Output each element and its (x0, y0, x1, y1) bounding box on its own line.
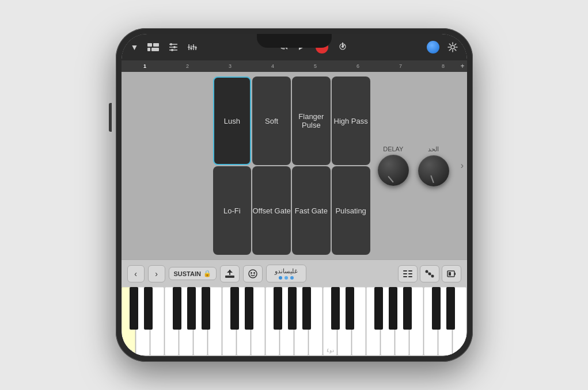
track-view-icon[interactable] (145, 42, 161, 52)
tick-5: 5 (294, 63, 337, 69)
note-view-button[interactable] (398, 265, 418, 282)
emoji-button[interactable] (243, 265, 263, 282)
svg-rect-35 (403, 273, 407, 274)
svg-rect-74 (202, 287, 210, 330)
limit-knob-container: الحد (418, 146, 449, 186)
tuner-button[interactable] (337, 41, 348, 53)
svg-point-8 (173, 46, 176, 48)
preset-lush[interactable]: Lush (213, 77, 252, 165)
limit-knob[interactable] (418, 155, 449, 186)
svg-point-32 (254, 272, 255, 273)
preset-flanger-pulse[interactable]: Flanger Pulse (292, 77, 331, 165)
timeline-numbers: 1 2 3 4 5 6 7 8 (124, 63, 465, 69)
piano-wrapper: دو٣ دو٤ (122, 287, 467, 356)
svg-rect-78 (288, 287, 297, 330)
svg-rect-84 (403, 287, 412, 330)
sustain-button[interactable]: SUSTAIN 🔒 (169, 267, 217, 280)
smart-controls-button[interactable] (427, 41, 439, 53)
preset-pulsating[interactable]: Pulsating (332, 166, 370, 255)
tick-3: 3 (209, 63, 252, 69)
svg-rect-80 (331, 287, 340, 330)
svg-rect-79 (302, 287, 311, 330)
main-content: Lush Soft Flanger Pulse High Pass Lo-Fi … (122, 72, 467, 259)
svg-line-42 (427, 272, 433, 276)
screen: ▼ (122, 34, 467, 356)
svg-rect-37 (403, 276, 407, 277)
piano-keyboard[interactable]: دو٣ دو٤ (122, 287, 467, 356)
tick-8: 8 (422, 63, 465, 69)
preset-soft[interactable]: Soft (252, 77, 291, 165)
svg-rect-0 (147, 43, 152, 47)
svg-rect-73 (187, 287, 196, 330)
dot-1 (279, 276, 282, 280)
side-button[interactable] (109, 103, 112, 132)
svg-text:دو٤: دو٤ (326, 347, 333, 354)
svg-rect-38 (408, 276, 412, 277)
glissando-label: غليساندو (275, 267, 298, 275)
svg-text:دو٣: دو٣ (124, 347, 132, 354)
svg-rect-33 (403, 270, 407, 272)
svg-point-24 (342, 46, 344, 48)
next-nav-button[interactable]: › (148, 265, 165, 282)
preset-grid: Lush Soft Flanger Pulse High Pass Lo-Fi … (211, 72, 375, 259)
dot-3 (290, 276, 294, 280)
svg-rect-86 (446, 287, 455, 330)
svg-rect-45 (449, 272, 451, 276)
svg-rect-75 (230, 287, 239, 330)
preset-offset-gate[interactable]: Offset Gate (252, 166, 291, 255)
phone-frame: ▼ (116, 28, 473, 362)
svg-rect-77 (274, 287, 282, 330)
delay-knob[interactable] (378, 155, 409, 186)
eq-icon[interactable] (185, 42, 199, 52)
svg-rect-36 (408, 273, 412, 274)
tick-6: 6 (337, 63, 380, 69)
knobs-row: DELAY الحد › (378, 146, 464, 186)
preset-lo-fi[interactable]: Lo-Fi (213, 166, 252, 255)
svg-rect-44 (454, 273, 456, 275)
svg-rect-85 (432, 287, 441, 330)
svg-rect-81 (346, 287, 354, 330)
dot-2 (284, 276, 288, 280)
track-label-area (122, 72, 211, 259)
settings-button[interactable] (445, 41, 460, 53)
svg-rect-3 (151, 48, 159, 51)
svg-rect-2 (147, 48, 150, 51)
sustain-label: SUSTAIN (174, 270, 201, 277)
svg-point-7 (170, 43, 172, 45)
top-bar-left: ▼ (128, 41, 200, 53)
upload-button[interactable] (220, 265, 240, 282)
svg-marker-28 (227, 270, 233, 273)
glissando-button[interactable]: غليساندو (266, 265, 306, 282)
svg-rect-82 (374, 287, 383, 330)
svg-point-25 (451, 45, 454, 49)
delay-label: DELAY (383, 146, 403, 152)
prev-nav-button[interactable]: ‹ (127, 265, 145, 282)
svg-point-9 (171, 49, 173, 51)
battery-button[interactable] (442, 265, 461, 282)
svg-point-30 (249, 270, 257, 278)
chord-button[interactable] (420, 265, 439, 282)
limit-label: الحد (428, 146, 439, 153)
glissando-dots (279, 276, 294, 280)
svg-rect-34 (408, 270, 412, 272)
right-toolbar (398, 265, 461, 282)
bottom-toolbar: ‹ › SUSTAIN 🔒 (122, 259, 467, 287)
svg-rect-29 (225, 277, 234, 278)
tick-4: 4 (252, 63, 294, 69)
svg-rect-70 (130, 287, 138, 330)
expand-chevron[interactable]: › (461, 160, 464, 171)
svg-rect-76 (245, 287, 253, 330)
lock-icon: 🔒 (203, 270, 211, 277)
notch (257, 34, 332, 48)
timeline-add[interactable]: + (460, 62, 464, 70)
dropdown-icon[interactable]: ▼ (128, 41, 141, 53)
svg-point-31 (251, 272, 252, 273)
preset-fast-gate[interactable]: Fast Gate (292, 166, 331, 255)
mixer-icon[interactable] (166, 42, 181, 52)
delay-knob-container: DELAY (378, 146, 409, 186)
svg-rect-83 (389, 287, 397, 330)
preset-high-pass[interactable]: High Pass (332, 77, 370, 165)
tick-1: 1 (124, 63, 166, 69)
phone-inner: ▼ (122, 34, 467, 356)
right-panel: DELAY الحد › (375, 72, 467, 259)
